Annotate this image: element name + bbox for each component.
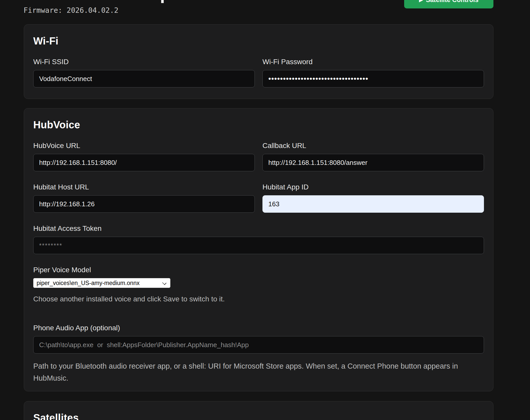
wifi-password-label: Wi-Fi Password	[262, 57, 484, 66]
hubitat-access-token-label: Hubitat Access Token	[33, 224, 484, 233]
hubvoice-url-label: HubVoice URL	[33, 141, 255, 150]
firmware-version: Firmware: 2026.04.02.2	[24, 6, 118, 15]
page-title-cutoff	[161, 0, 164, 3]
callback-url-field-group: Callback URL	[262, 141, 484, 171]
phone-audio-app-help-text: Path to your Bluetooth audio receiver ap…	[33, 360, 484, 384]
satellites-section-title: Satellites	[33, 411, 484, 420]
hubitat-app-id-label: Hubitat App ID	[262, 183, 484, 192]
hubvoice-url-input[interactable]	[33, 154, 255, 171]
hubitat-host-url-field-group: Hubitat Host URL	[33, 183, 255, 213]
piper-voice-model-field-group: Piper Voice Model piper_voices\en_US-amy…	[33, 265, 484, 304]
wifi-ssid-input[interactable]	[33, 70, 255, 87]
chevron-down-icon	[162, 281, 167, 285]
phone-audio-app-label: Phone Audio App (optional)	[33, 323, 484, 333]
callback-url-input[interactable]	[262, 154, 484, 171]
hubitat-app-id-input[interactable]	[262, 195, 484, 213]
piper-voice-model-label: Piper Voice Model	[33, 265, 484, 275]
satellite-controls-button[interactable]: ▶ Satellite Controls	[404, 0, 493, 8]
hubitat-access-token-input[interactable]	[33, 237, 484, 254]
hubvoice-url-field-group: HubVoice URL	[33, 141, 255, 171]
play-icon: ▶	[419, 0, 423, 2]
wifi-password-input[interactable]	[262, 70, 484, 87]
wifi-ssid-field-group: Wi-Fi SSID	[33, 57, 255, 87]
hubitat-access-token-field-group: Hubitat Access Token	[33, 224, 484, 254]
wifi-section: Wi-Fi Wi-Fi SSID Wi-Fi Password	[24, 24, 493, 99]
piper-voice-model-selected-option: piper_voices\en_US-amy-medium.onnx	[37, 280, 140, 287]
satellites-section: Satellites	[24, 401, 493, 420]
phone-audio-app-input[interactable]	[33, 336, 484, 354]
hubvoice-section-title: HubVoice	[33, 118, 484, 131]
hubitat-app-id-field-group: Hubitat App ID	[262, 183, 484, 213]
hubvoice-section: HubVoice HubVoice URL Callback URL Hubit…	[24, 108, 493, 391]
hubitat-host-url-label: Hubitat Host URL	[33, 183, 255, 192]
satellite-controls-label: Satellite Controls	[426, 0, 479, 4]
phone-audio-app-field-group: Phone Audio App (optional) Path to your …	[33, 323, 484, 384]
callback-url-label: Callback URL	[262, 141, 484, 150]
hubitat-host-url-input[interactable]	[33, 195, 255, 213]
piper-voice-model-help-text: Choose another installed voice and click…	[33, 294, 484, 304]
wifi-password-field-group: Wi-Fi Password	[262, 57, 484, 87]
piper-voice-model-select[interactable]: piper_voices\en_US-amy-medium.onnx	[33, 278, 170, 288]
wifi-section-title: Wi-Fi	[33, 34, 484, 48]
wifi-ssid-label: Wi-Fi SSID	[33, 57, 255, 66]
